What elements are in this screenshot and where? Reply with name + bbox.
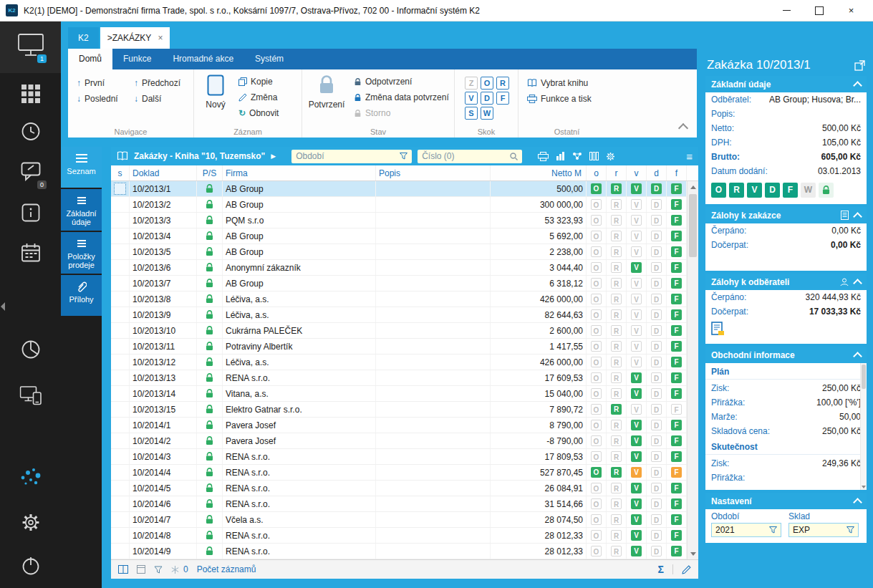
row-flag-v[interactable]: V [627,213,647,228]
select-book-button[interactable]: Vybrat knihu [527,78,588,88]
table-row[interactable]: 10/2013/2 AB Group 300 000,00 O R V D F [111,197,687,213]
row-flag-v[interactable]: V [627,465,647,480]
table-row[interactable]: 10/2013/15 Elektro Gatnar s.r.o. 7 890,7… [111,402,687,418]
row-firma[interactable]: RENA s.r.o. [223,481,376,496]
row-flag-d[interactable]: D [647,544,667,559]
devices-icon[interactable] [19,385,42,405]
refresh-button[interactable]: ↻ Obnovit [238,108,279,118]
row-firma[interactable]: Pavera Josef [223,433,376,448]
row-flag-d[interactable]: D [647,496,667,511]
row-firma[interactable]: RENA s.r.o. [223,496,376,511]
row-flag-d[interactable]: D [647,228,667,244]
skok-w[interactable]: W [481,107,493,120]
row-flag-v[interactable]: V [627,323,647,338]
row-firma[interactable]: Léčiva, a.s. [223,291,376,307]
filter-dropdown-icon[interactable] [847,526,854,534]
row-cursor-cell[interactable] [111,244,130,259]
row-popis[interactable] [376,386,491,401]
row-flag-r[interactable]: R [607,496,627,511]
row-flag-r[interactable]: R [607,418,627,433]
row-flag-v[interactable]: V [627,496,647,511]
row-flag-f[interactable]: F [667,244,687,259]
last-button[interactable]: ↓ Poslední [77,94,118,104]
row-flag-o[interactable]: O [587,307,607,322]
row-flag-o[interactable]: O [587,370,607,385]
first-button[interactable]: ↑ První [77,78,105,88]
row-flag-r[interactable]: R [607,512,627,527]
confirm-button[interactable]: Potvrzení [305,74,348,110]
row-flag-r[interactable]: R [607,291,627,307]
panel-flag-d[interactable]: D [765,183,780,198]
panel-scrollbar[interactable] [860,363,867,490]
row-popis[interactable] [376,260,491,275]
invoice-icon[interactable] [711,322,725,336]
row-netto[interactable]: 82 644,63 [491,307,587,322]
row-popis[interactable] [376,465,491,480]
row-flag-o[interactable]: O [587,339,607,354]
panel-flag-o[interactable]: O [711,183,726,198]
row-firma[interactable]: Anonymní zákazník [223,260,376,275]
skok-v[interactable]: V [465,92,478,105]
row-flag-v[interactable]: V [627,528,647,543]
col-r[interactable]: r [607,165,627,180]
row-flag-r[interactable]: R [607,260,627,275]
row-popis[interactable] [376,544,491,559]
row-firma[interactable]: RENA s.r.o. [223,528,376,543]
row-netto[interactable]: 8 790,00 [491,418,587,433]
row-flag-d[interactable]: D [647,260,667,275]
links-icon[interactable] [572,152,582,160]
row-firma[interactable]: AB Group [223,276,376,291]
grid-menu-icon[interactable]: ≡ [686,150,693,163]
row-doklad[interactable]: 10/2014/9 [130,544,197,559]
row-popis[interactable] [376,418,491,433]
row-cursor-cell[interactable] [111,465,130,480]
row-popis[interactable] [376,197,491,212]
table-row[interactable]: 10/2014/5 RENA s.r.o. 26 084,91 O R V D … [111,481,687,496]
table-row[interactable]: 10/2014/8 RENA s.r.o. 28 012,33 O R V D … [111,528,687,544]
row-cursor-cell[interactable] [111,402,130,417]
row-flag-r[interactable]: R [607,307,627,322]
table-row[interactable]: 10/2013/1 AB Group 500,00 O R V D F [111,181,687,197]
row-doklad[interactable]: 10/2014/3 [130,449,197,464]
record-count-label[interactable]: Počet záznamů [197,564,256,574]
collapse-icon[interactable] [853,212,862,221]
table-row[interactable]: 10/2014/4 RENA s.r.o. 527 870,45 O R V D… [111,465,687,481]
nav-prilohy[interactable]: Přílohy [61,275,102,316]
row-firma[interactable]: RENA s.r.o. [223,370,376,385]
table-row[interactable]: 10/2014/9 RENA s.r.o. 28 012,33 O R V D … [111,544,687,559]
previous-button[interactable]: ↑ Předchozí [134,78,180,88]
row-popis[interactable] [376,370,491,385]
col-v[interactable]: v [627,165,647,180]
row-flag-d[interactable]: D [647,181,667,196]
col-d[interactable]: d [647,165,667,180]
row-flag-o[interactable]: O [587,449,607,464]
row-netto[interactable]: 53 323,93 [491,213,587,228]
row-cursor-cell[interactable] [111,355,130,370]
row-netto[interactable]: 527 870,45 [491,465,587,480]
warehouse-select[interactable]: EXP [788,523,859,537]
row-popis[interactable] [376,449,491,464]
row-flag-r[interactable]: R [607,181,627,196]
skok-z[interactable]: Z [465,77,478,90]
row-flag-o[interactable]: O [587,481,607,496]
row-cursor-cell[interactable] [111,386,130,401]
row-flag-o[interactable]: O [587,228,607,244]
row-flag-d[interactable]: D [647,481,667,496]
row-flag-v[interactable]: V [627,355,647,370]
row-netto[interactable]: 426 000,00 [491,355,587,370]
table-row[interactable]: 10/2014/6 RENA s.r.o. 31 514,66 O R V D … [111,496,687,512]
row-popis[interactable] [376,181,491,196]
row-flag-f[interactable]: F [667,370,687,385]
row-flag-v[interactable]: V [627,449,647,464]
row-firma[interactable]: AB Group [223,228,376,244]
row-popis[interactable] [376,496,491,511]
row-flag-r[interactable]: R [607,197,627,212]
table-row[interactable]: 10/2013/11 Potraviny Albertík 1 417,55 O… [111,339,687,355]
row-flag-d[interactable]: D [647,465,667,480]
new-record-button[interactable]: Nový [197,74,234,110]
row-flag-f[interactable]: F [667,228,687,244]
row-netto[interactable]: 15 040,00 [491,386,587,401]
table-row[interactable]: 10/2013/6 Anonymní zákazník 3 044,40 O R… [111,260,687,276]
row-doklad[interactable]: 10/2014/4 [130,465,197,480]
ribbon-tab-hromadne-akce[interactable]: Hromadné akce [162,49,244,69]
